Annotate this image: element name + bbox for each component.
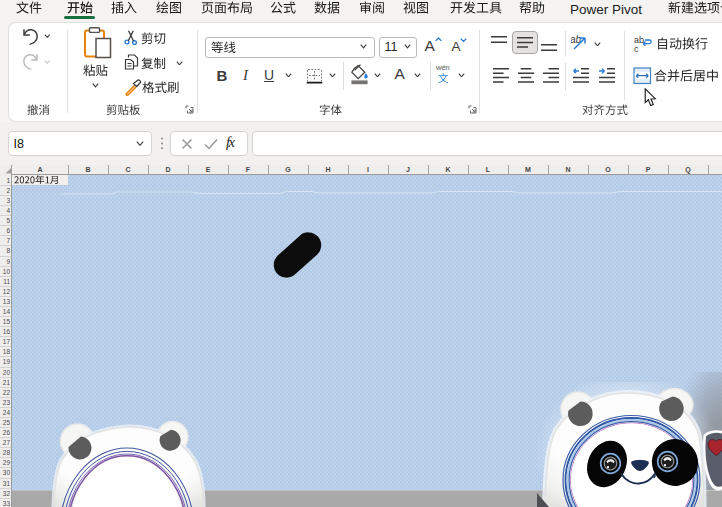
svg-text:c: c: [634, 44, 639, 53]
